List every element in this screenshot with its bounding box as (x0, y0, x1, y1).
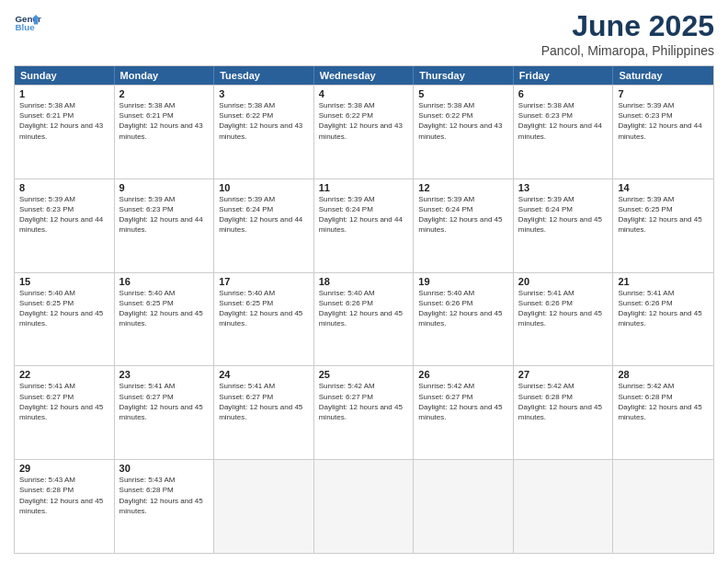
day-info: Sunrise: 5:39 AM Sunset: 6:23 PM Dayligh… (618, 100, 709, 142)
day-cell-10: 10 Sunrise: 5:39 AM Sunset: 6:24 PM Dayl… (214, 179, 314, 272)
day-number: 18 (319, 276, 409, 287)
day-info: Sunrise: 5:38 AM Sunset: 6:21 PM Dayligh… (119, 100, 210, 142)
day-number: 6 (518, 88, 609, 99)
day-number: 3 (219, 88, 309, 99)
month-title: June 2025 (541, 9, 714, 43)
calendar-body: 1 Sunrise: 5:38 AM Sunset: 6:21 PM Dayli… (15, 85, 713, 553)
day-cell-21: 21 Sunrise: 5:41 AM Sunset: 6:26 PM Dayl… (613, 273, 713, 366)
day-info: Sunrise: 5:40 AM Sunset: 6:26 PM Dayligh… (319, 288, 409, 329)
day-number: 22 (19, 369, 109, 380)
day-cell-28: 28 Sunrise: 5:42 AM Sunset: 6:28 PM Dayl… (613, 366, 713, 459)
svg-text:Blue: Blue (16, 22, 36, 32)
week-row-5: 29 Sunrise: 5:43 AM Sunset: 6:28 PM Dayl… (15, 459, 713, 553)
day-cell-3: 3 Sunrise: 5:38 AM Sunset: 6:22 PM Dayli… (214, 86, 314, 178)
day-number: 29 (19, 463, 109, 474)
week-row-1: 1 Sunrise: 5:38 AM Sunset: 6:21 PM Dayli… (15, 85, 713, 178)
header-saturday: Saturday (613, 66, 713, 85)
day-info: Sunrise: 5:39 AM Sunset: 6:24 PM Dayligh… (518, 194, 609, 236)
header-sunday: Sunday (15, 66, 115, 85)
day-cell-5: 5 Sunrise: 5:38 AM Sunset: 6:22 PM Dayli… (414, 86, 514, 178)
week-row-3: 15 Sunrise: 5:40 AM Sunset: 6:25 PM Dayl… (15, 272, 713, 366)
day-info: Sunrise: 5:38 AM Sunset: 6:22 PM Dayligh… (319, 100, 409, 142)
day-info: Sunrise: 5:41 AM Sunset: 6:27 PM Dayligh… (219, 381, 309, 422)
day-number: 9 (119, 182, 210, 193)
day-number: 13 (518, 182, 609, 193)
day-info: Sunrise: 5:43 AM Sunset: 6:28 PM Dayligh… (119, 475, 210, 516)
day-number: 25 (319, 369, 409, 380)
day-cell-13: 13 Sunrise: 5:39 AM Sunset: 6:24 PM Dayl… (514, 179, 614, 272)
day-info: Sunrise: 5:40 AM Sunset: 6:25 PM Dayligh… (219, 288, 309, 329)
day-info: Sunrise: 5:38 AM Sunset: 6:22 PM Dayligh… (219, 100, 309, 142)
day-cell-27: 27 Sunrise: 5:42 AM Sunset: 6:28 PM Dayl… (514, 366, 614, 459)
day-info: Sunrise: 5:38 AM Sunset: 6:21 PM Dayligh… (19, 100, 109, 142)
day-number: 15 (19, 276, 109, 287)
day-cell-empty (414, 460, 514, 553)
day-number: 26 (418, 369, 508, 380)
day-info: Sunrise: 5:38 AM Sunset: 6:23 PM Dayligh… (518, 100, 609, 142)
day-cell-18: 18 Sunrise: 5:40 AM Sunset: 6:26 PM Dayl… (314, 273, 415, 366)
day-number: 11 (319, 182, 409, 193)
day-number: 28 (618, 369, 709, 380)
day-number: 30 (119, 463, 210, 474)
day-cell-8: 8 Sunrise: 5:39 AM Sunset: 6:23 PM Dayli… (15, 179, 115, 272)
day-number: 20 (518, 276, 609, 287)
header-tuesday: Tuesday (214, 66, 314, 85)
header-thursday: Thursday (414, 66, 514, 85)
day-info: Sunrise: 5:39 AM Sunset: 6:24 PM Dayligh… (418, 194, 508, 236)
day-number: 12 (418, 182, 508, 193)
day-info: Sunrise: 5:40 AM Sunset: 6:25 PM Dayligh… (19, 288, 109, 329)
day-number: 16 (119, 276, 210, 287)
day-number: 19 (418, 276, 508, 287)
week-row-4: 22 Sunrise: 5:41 AM Sunset: 6:27 PM Dayl… (15, 365, 713, 459)
day-info: Sunrise: 5:38 AM Sunset: 6:22 PM Dayligh… (418, 100, 508, 142)
day-info: Sunrise: 5:42 AM Sunset: 6:27 PM Dayligh… (319, 381, 409, 422)
location-title: Pancol, Mimaropa, Philippines (541, 43, 714, 58)
day-cell-11: 11 Sunrise: 5:39 AM Sunset: 6:24 PM Dayl… (314, 179, 415, 272)
day-cell-7: 7 Sunrise: 5:39 AM Sunset: 6:23 PM Dayli… (613, 86, 713, 178)
page-header: General Blue June 2025 Pancol, Mimaropa,… (14, 9, 714, 58)
day-info: Sunrise: 5:39 AM Sunset: 6:25 PM Dayligh… (618, 194, 709, 236)
day-number: 1 (19, 88, 109, 99)
day-cell-9: 9 Sunrise: 5:39 AM Sunset: 6:23 PM Dayli… (115, 179, 215, 272)
logo-icon: General Blue (14, 9, 41, 37)
day-info: Sunrise: 5:43 AM Sunset: 6:28 PM Dayligh… (19, 475, 109, 516)
day-cell-26: 26 Sunrise: 5:42 AM Sunset: 6:27 PM Dayl… (414, 366, 514, 459)
title-block: June 2025 Pancol, Mimaropa, Philippines (541, 9, 714, 58)
day-number: 4 (319, 88, 409, 99)
day-cell-29: 29 Sunrise: 5:43 AM Sunset: 6:28 PM Dayl… (15, 460, 115, 553)
day-cell-23: 23 Sunrise: 5:41 AM Sunset: 6:27 PM Dayl… (115, 366, 215, 459)
day-info: Sunrise: 5:39 AM Sunset: 6:23 PM Dayligh… (19, 194, 109, 236)
day-cell-30: 30 Sunrise: 5:43 AM Sunset: 6:28 PM Dayl… (115, 460, 215, 553)
day-cell-2: 2 Sunrise: 5:38 AM Sunset: 6:21 PM Dayli… (115, 86, 215, 178)
day-cell-22: 22 Sunrise: 5:41 AM Sunset: 6:27 PM Dayl… (15, 366, 115, 459)
day-cell-24: 24 Sunrise: 5:41 AM Sunset: 6:27 PM Dayl… (214, 366, 314, 459)
day-cell-14: 14 Sunrise: 5:39 AM Sunset: 6:25 PM Dayl… (613, 179, 713, 272)
day-number: 27 (518, 369, 609, 380)
day-cell-16: 16 Sunrise: 5:40 AM Sunset: 6:25 PM Dayl… (115, 273, 215, 366)
day-info: Sunrise: 5:41 AM Sunset: 6:27 PM Dayligh… (119, 381, 210, 422)
calendar: Sunday Monday Tuesday Wednesday Thursday… (14, 65, 714, 554)
day-cell-empty (514, 460, 614, 553)
day-info: Sunrise: 5:39 AM Sunset: 6:24 PM Dayligh… (319, 194, 409, 236)
day-cell-25: 25 Sunrise: 5:42 AM Sunset: 6:27 PM Dayl… (314, 366, 415, 459)
header-monday: Monday (115, 66, 215, 85)
day-info: Sunrise: 5:41 AM Sunset: 6:26 PM Dayligh… (618, 288, 709, 329)
day-cell-6: 6 Sunrise: 5:38 AM Sunset: 6:23 PM Dayli… (514, 86, 614, 178)
day-cell-19: 19 Sunrise: 5:40 AM Sunset: 6:26 PM Dayl… (414, 273, 514, 366)
header-friday: Friday (514, 66, 614, 85)
day-cell-empty (214, 460, 314, 553)
calendar-header: Sunday Monday Tuesday Wednesday Thursday… (15, 66, 713, 85)
day-number: 24 (219, 369, 309, 380)
day-cell-17: 17 Sunrise: 5:40 AM Sunset: 6:25 PM Dayl… (214, 273, 314, 366)
day-cell-empty (613, 460, 713, 553)
day-cell-empty (314, 460, 415, 553)
day-info: Sunrise: 5:40 AM Sunset: 6:26 PM Dayligh… (418, 288, 508, 329)
day-number: 5 (418, 88, 508, 99)
day-number: 14 (618, 182, 709, 193)
day-info: Sunrise: 5:39 AM Sunset: 6:24 PM Dayligh… (219, 194, 309, 236)
header-wednesday: Wednesday (314, 66, 415, 85)
day-number: 17 (219, 276, 309, 287)
day-number: 7 (618, 88, 709, 99)
day-number: 23 (119, 369, 210, 380)
day-number: 21 (618, 276, 709, 287)
